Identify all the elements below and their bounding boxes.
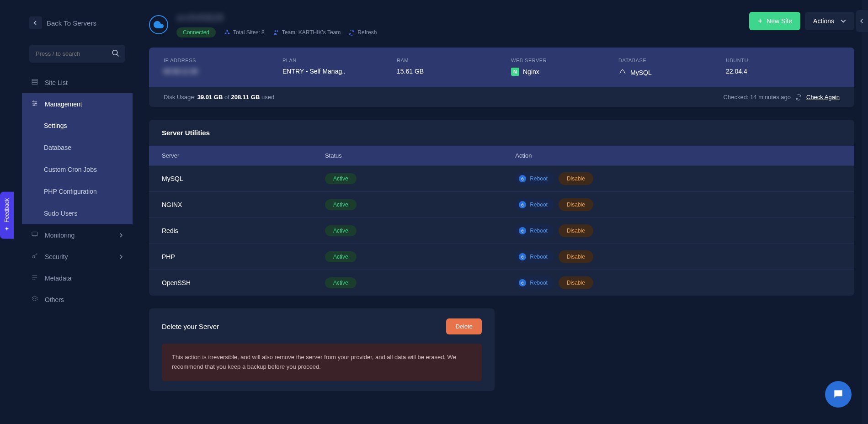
delete-button[interactable]: Delete <box>446 318 482 334</box>
back-to-servers-link[interactable]: Back To Servers <box>22 12 133 34</box>
service-status: Active <box>325 173 515 184</box>
check-again-link[interactable]: Check Again <box>806 94 840 101</box>
sidebar: Back To Servers Site List Management Set… <box>22 8 133 424</box>
nav-label: Monitoring <box>45 232 75 239</box>
refresh-icon <box>795 94 802 101</box>
service-actions: RebootDisable <box>515 172 841 185</box>
refresh-icon <box>349 30 355 36</box>
svg-point-22 <box>228 33 230 35</box>
service-name: MySQL <box>162 175 325 182</box>
chevron-down-icon <box>841 18 846 24</box>
reboot-button[interactable]: Reboot <box>515 250 554 263</box>
utilities-table: Server Status Action MySQLActiveRebootDi… <box>149 146 854 296</box>
panel-title: Server Utilities <box>149 120 854 146</box>
nginx-icon: N <box>511 68 519 76</box>
service-name: NGINX <box>162 201 325 208</box>
status-connected-badge: Connected <box>176 27 216 37</box>
nav-monitoring[interactable]: Monitoring <box>22 224 133 246</box>
nav-security[interactable]: Security <box>22 246 133 267</box>
plus-icon <box>757 18 763 24</box>
delete-warning-text: This action is irreversible, and will al… <box>162 344 482 381</box>
disable-button[interactable]: Disable <box>559 276 593 289</box>
nav-management[interactable]: Management <box>22 93 133 115</box>
service-status: Active <box>325 251 515 262</box>
disable-button[interactable]: Disable <box>559 224 593 237</box>
status-badge: Active <box>325 277 357 288</box>
service-actions: RebootDisable <box>515 276 841 289</box>
col-server: Server <box>162 152 325 159</box>
reboot-button[interactable]: Reboot <box>515 172 554 185</box>
search-icon <box>112 49 120 58</box>
nav-metadata[interactable]: Metadata <box>22 267 133 289</box>
mysql-icon <box>618 68 627 77</box>
service-status: Active <box>325 277 515 288</box>
key-icon <box>31 252 38 261</box>
power-icon <box>519 175 526 182</box>
chat-icon <box>832 388 844 400</box>
monitor-icon <box>31 231 38 239</box>
service-actions: RebootDisable <box>515 198 841 211</box>
server-title-block: srv545828 Connected Total Sites: 8 Team:… <box>176 12 377 37</box>
disk-usage-bar: Disk Usage: 39.01 GB of 208.11 GB used C… <box>149 87 854 107</box>
sliders-icon <box>31 100 38 108</box>
table-row: PHPActiveRebootDisable <box>149 244 854 270</box>
disable-button[interactable]: Disable <box>559 172 593 185</box>
service-status: Active <box>325 199 515 210</box>
service-actions: RebootDisable <box>515 224 841 237</box>
sites-icon <box>224 29 230 36</box>
metadata-icon <box>31 274 38 282</box>
status-badge: Active <box>325 199 357 210</box>
power-icon <box>519 253 526 260</box>
reboot-button[interactable]: Reboot <box>515 198 554 211</box>
back-label: Back To Servers <box>47 19 96 27</box>
new-site-button[interactable]: New Site <box>749 12 800 30</box>
chat-button[interactable] <box>825 381 852 408</box>
col-status: Status <box>325 152 515 159</box>
nav-others[interactable]: Others <box>22 289 133 310</box>
power-icon <box>519 279 526 286</box>
reboot-button[interactable]: Reboot <box>515 276 554 289</box>
subnav-php[interactable]: PHP Configuration <box>22 180 133 202</box>
app-root: Back To Servers Site List Management Set… <box>0 0 868 424</box>
actions-dropdown[interactable]: Actions <box>805 12 854 30</box>
search-input[interactable] <box>29 45 125 63</box>
info-ip: IP ADDRESS 89.58.12.38 <box>164 58 255 77</box>
info-plan: PLAN ENTRY - Self Manag.. <box>282 58 369 77</box>
disable-button[interactable]: Disable <box>559 198 593 211</box>
svg-rect-11 <box>32 232 37 236</box>
disable-button[interactable]: Disable <box>559 250 593 263</box>
svg-point-13 <box>32 255 35 258</box>
chevron-right-icon <box>119 232 123 239</box>
svg-point-25 <box>274 30 276 32</box>
subnav-settings[interactable]: Settings <box>22 115 133 137</box>
reboot-button[interactable]: Reboot <box>515 224 554 237</box>
table-row: RedisActiveRebootDisable <box>149 217 854 244</box>
drawer-toggle[interactable] <box>856 10 868 32</box>
nav-site-list[interactable]: Site List <box>22 72 133 93</box>
subnav-cron[interactable]: Custom Cron Jobs <box>22 159 133 180</box>
svg-point-20 <box>226 30 228 32</box>
total-sites: Total Sites: 8 <box>224 29 265 36</box>
nav-label: Others <box>45 296 64 303</box>
page-header: srv545828 Connected Total Sites: 8 Team:… <box>149 12 854 37</box>
header-right: New Site Actions <box>749 12 854 30</box>
nav-label: Site List <box>45 79 68 86</box>
main-content: srv545828 Connected Total Sites: 8 Team:… <box>133 8 868 424</box>
refresh-link[interactable]: Refresh <box>349 29 377 36</box>
header-left: srv545828 Connected Total Sites: 8 Team:… <box>149 12 377 37</box>
service-name: OpenSSH <box>162 279 325 286</box>
chevron-right-icon <box>119 253 123 260</box>
server-meta-row: Connected Total Sites: 8 Team: KARTHIK's… <box>176 27 377 37</box>
service-actions: RebootDisable <box>515 250 841 263</box>
power-icon <box>519 227 526 234</box>
search-container <box>29 45 125 63</box>
server-info-bar: IP ADDRESS 89.58.12.38 PLAN ENTRY - Self… <box>149 48 854 87</box>
subnav-database[interactable]: Database <box>22 137 133 159</box>
info-database: DATABASE MySQL <box>618 58 698 77</box>
feedback-tab[interactable]: Feedback <box>0 192 14 239</box>
svg-line-15 <box>36 254 37 255</box>
power-icon <box>519 201 526 208</box>
subnav-sudo[interactable]: Sudo Users <box>22 202 133 224</box>
server-utilities-panel: Server Utilities Server Status Action My… <box>149 120 854 296</box>
nav-label: Security <box>45 253 68 260</box>
